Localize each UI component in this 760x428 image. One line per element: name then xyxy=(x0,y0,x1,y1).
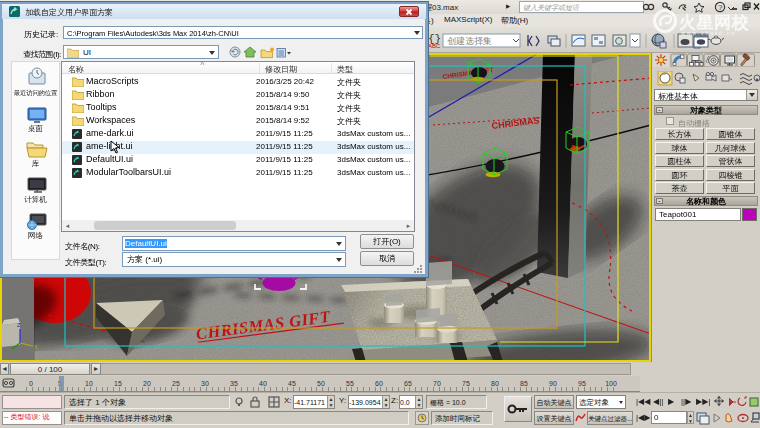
svg-text:25: 25 xyxy=(172,380,180,387)
svg-text:www.vhxsd.cn: www.vhxsd.cn xyxy=(680,30,736,36)
svg-text:50: 50 xyxy=(317,380,325,387)
svg-text:95: 95 xyxy=(578,380,586,387)
svg-text:0: 0 xyxy=(29,380,33,387)
svg-text:90: 90 xyxy=(549,380,557,387)
svg-text:55: 55 xyxy=(346,380,354,387)
svg-text:85: 85 xyxy=(520,380,528,387)
svg-text:30: 30 xyxy=(201,380,209,387)
svg-text:45: 45 xyxy=(288,380,296,387)
svg-text:15: 15 xyxy=(114,380,122,387)
svg-text:60: 60 xyxy=(375,380,383,387)
svg-text:35: 35 xyxy=(230,380,238,387)
svg-text:40: 40 xyxy=(259,380,267,387)
svg-text:70: 70 xyxy=(433,380,441,387)
svg-text:10: 10 xyxy=(85,380,93,387)
svg-text:创建选择集: 创建选择集 xyxy=(447,36,492,46)
svg-text:80: 80 xyxy=(491,380,499,387)
svg-text:65: 65 xyxy=(404,380,412,387)
svg-text:20: 20 xyxy=(143,380,151,387)
svg-text:100: 100 xyxy=(605,380,617,387)
svg-text:75: 75 xyxy=(462,380,470,387)
svg-text:ABC: ABC xyxy=(428,43,441,49)
